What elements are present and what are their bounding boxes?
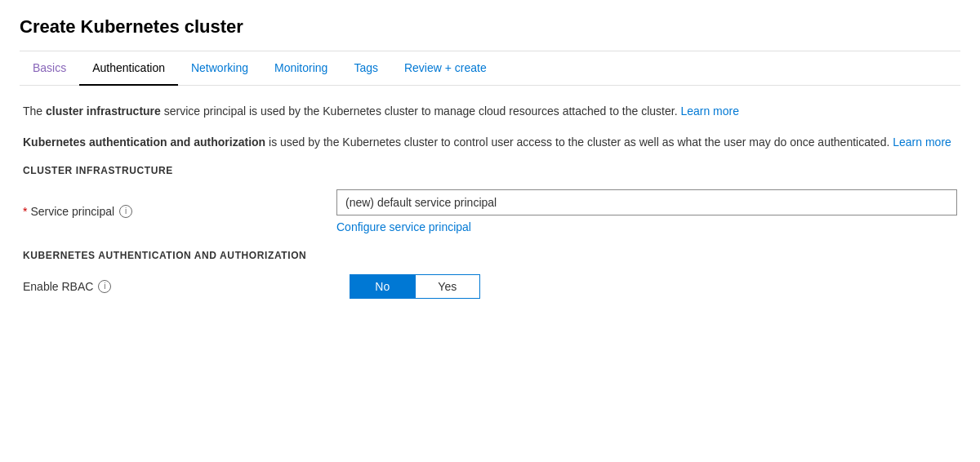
service-principal-label: Service principal: [30, 205, 114, 218]
service-principal-control: Configure service principal: [336, 189, 957, 233]
enable-rbac-info-icon[interactable]: i: [98, 280, 111, 293]
k8s-auth-section-header: KUBERNETES AUTHENTICATION AND AUTHORIZAT…: [23, 250, 957, 261]
service-principal-input[interactable]: [336, 189, 957, 215]
page-title: Create Kubernetes cluster: [20, 16, 960, 38]
cluster-infra-bold: cluster infrastructure: [46, 104, 161, 118]
enable-rbac-label-area: Enable RBAC i: [23, 280, 350, 293]
rbac-yes-button[interactable]: Yes: [415, 275, 480, 298]
configure-service-principal-link[interactable]: Configure service principal: [336, 220, 957, 233]
cluster-infra-text: service principal is used by the Kuberne…: [164, 104, 681, 118]
tab-networking[interactable]: Networking: [178, 51, 261, 86]
tab-authentication[interactable]: Authentication: [79, 51, 178, 86]
learn-more-link-2[interactable]: Learn more: [893, 135, 951, 149]
service-principal-info-icon[interactable]: i: [119, 205, 132, 218]
page-container: Create Kubernetes cluster Basics Authent…: [0, 0, 980, 299]
required-star: *: [23, 205, 27, 218]
main-content: The cluster infrastructure service princ…: [20, 102, 960, 299]
enable-rbac-row: Enable RBAC i No Yes: [23, 274, 957, 299]
service-principal-label-area: * Service principal i: [23, 205, 336, 218]
k8s-auth-bold: Kubernetes authentication and authorizat…: [23, 135, 265, 149]
tab-basics[interactable]: Basics: [20, 51, 79, 86]
rbac-no-button[interactable]: No: [350, 275, 415, 298]
enable-rbac-label: Enable RBAC: [23, 280, 93, 293]
tab-monitoring[interactable]: Monitoring: [261, 51, 341, 86]
cluster-infra-description: The cluster infrastructure service princ…: [23, 102, 954, 120]
k8s-auth-description: Kubernetes authentication and authorizat…: [23, 133, 954, 151]
learn-more-link-1[interactable]: Learn more: [680, 104, 739, 118]
enable-rbac-control: No Yes: [350, 274, 957, 299]
service-principal-row: * Service principal i Configure service …: [23, 189, 957, 233]
cluster-infra-section-header: CLUSTER INFRASTRUCTURE: [23, 165, 957, 176]
rbac-toggle-group: No Yes: [350, 274, 480, 299]
tab-nav: Basics Authentication Networking Monitor…: [20, 51, 960, 86]
tab-tags[interactable]: Tags: [341, 51, 391, 86]
k8s-auth-text: is used by the Kubernetes cluster to con…: [269, 135, 893, 149]
tab-review-create[interactable]: Review + create: [391, 51, 500, 86]
